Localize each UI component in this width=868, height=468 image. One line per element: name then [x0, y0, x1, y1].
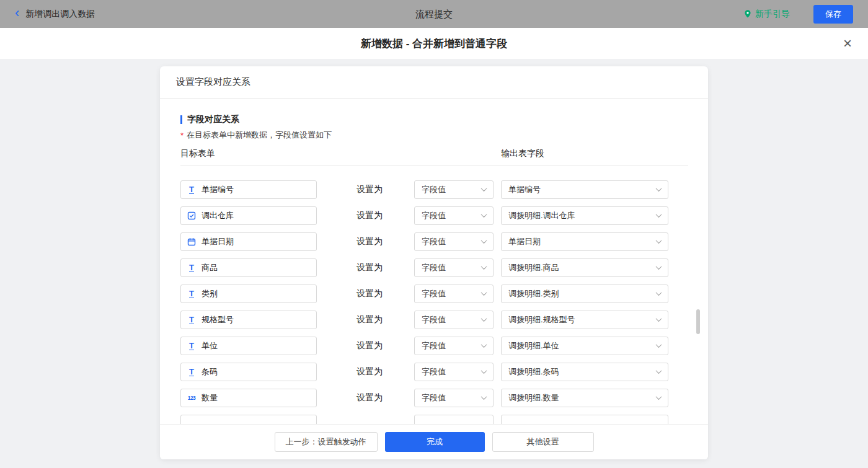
- value-type-value: 字段值: [422, 366, 446, 377]
- set-as-label: 设置为: [356, 236, 383, 247]
- beginner-guide-link[interactable]: 新手引导: [743, 9, 790, 20]
- topbar-title: 流程提交: [415, 8, 453, 20]
- chevron-down-icon: [481, 263, 487, 270]
- mapping-row-partial: [180, 411, 688, 424]
- target-field-box: T 单据编号: [180, 180, 317, 199]
- beginner-guide-label: 新手引导: [755, 9, 790, 20]
- chevron-down-icon: [481, 316, 487, 322]
- section-title: 字段对应关系: [180, 113, 688, 126]
- target-field-box: 调出仓库: [180, 206, 317, 225]
- output-field-select[interactable]: 调拨明细.条码: [501, 363, 668, 381]
- chevron-down-icon: [656, 185, 662, 192]
- chevron-down-icon: [481, 237, 487, 244]
- mapping-row: T 商品 设置为 字段值 调拨明细.商品: [180, 255, 688, 281]
- output-field-select[interactable]: 调拨明细.规格型号: [501, 311, 668, 329]
- text-field-icon: T: [187, 316, 197, 324]
- output-field-select[interactable]: 调拨明细.类别: [501, 285, 668, 303]
- close-icon[interactable]: ×: [843, 36, 852, 51]
- mapping-rows-list: T 单据编号 设置为 字段值 单据编号 调出仓库 设置为 字段值 调拨明细.调出…: [180, 177, 688, 411]
- column-header-target-form: 目标表单: [180, 148, 501, 159]
- chevron-down-icon: [481, 289, 487, 296]
- target-field-label: 条码: [202, 366, 218, 377]
- value-type-select[interactable]: 字段值: [414, 180, 494, 199]
- output-field-select[interactable]: 单据编号: [501, 180, 668, 199]
- target-field-box: T 商品: [180, 258, 317, 277]
- value-type-value: 字段值: [422, 288, 446, 299]
- chevron-down-icon: [656, 211, 662, 218]
- chevron-down-icon: [656, 289, 662, 296]
- target-field-label: 商品: [202, 262, 218, 273]
- value-type-value: 字段值: [422, 236, 446, 247]
- mapping-rows: T 单据编号 设置为 字段值 单据编号 调出仓库 设置为 字段值 调拨明细.调出…: [180, 166, 688, 424]
- chevron-down-icon: [656, 263, 662, 270]
- value-type-select[interactable]: 字段值: [414, 206, 494, 225]
- set-as-label: 设置为: [356, 184, 383, 195]
- mapping-row: T 规格型号 设置为 字段值 调拨明细.规格型号: [180, 307, 688, 333]
- value-type-select[interactable]: 字段值: [414, 389, 494, 407]
- back-chevron-icon[interactable]: ‹: [15, 7, 19, 19]
- output-field-value: 调拨明细.调出仓库: [508, 210, 575, 221]
- output-field-select[interactable]: 调拨明细.数量: [501, 389, 668, 407]
- field-mapping-panel: 设置字段对应关系 字段对应关系 * 在目标表单中新增数据，字段值设置如下 目标表…: [160, 66, 708, 459]
- value-type-select[interactable]: 字段值: [414, 258, 494, 277]
- output-field-select[interactable]: 调拨明细.商品: [501, 258, 668, 277]
- text-field-icon: T: [187, 185, 197, 194]
- value-type-value: 字段值: [422, 184, 446, 195]
- output-field-select[interactable]: 调拨明细.调出仓库: [501, 206, 668, 225]
- panel-title: 设置字段对应关系: [160, 66, 708, 99]
- dialog-header: 新增数据 - 合并新增到普通字段 ×: [0, 28, 868, 59]
- value-type-value: 字段值: [422, 314, 446, 325]
- chevron-down-icon: [481, 185, 487, 192]
- back-label[interactable]: 新增调出调入数据: [25, 9, 95, 20]
- output-field-value: 单据日期: [508, 236, 541, 247]
- panel-footer: 上一步：设置触发动作 完成 其他设置: [160, 424, 708, 459]
- target-field-label: 单据日期: [202, 236, 234, 247]
- text-field-icon: T: [187, 342, 197, 350]
- mapping-row: 单据日期 设置为 字段值 单据日期: [180, 229, 688, 255]
- target-field-box: T 单位: [180, 337, 317, 355]
- set-as-label: 设置为: [356, 262, 383, 273]
- location-pin-icon: [743, 9, 752, 19]
- number-field-icon: 123: [187, 395, 197, 401]
- column-header-output-field: 输出表字段: [501, 148, 544, 159]
- output-field-select[interactable]: 单据日期: [501, 232, 668, 251]
- back-nav[interactable]: ‹ 新增调出调入数据: [15, 8, 95, 20]
- chevron-down-icon: [481, 342, 487, 348]
- mapping-row: 调出仓库 设置为 字段值 调拨明细.调出仓库: [180, 203, 688, 229]
- target-field-label: 单位: [202, 340, 218, 351]
- set-as-label: 设置为: [356, 366, 383, 377]
- done-button[interactable]: 完成: [385, 432, 485, 452]
- previous-step-button[interactable]: 上一步：设置触发动作: [275, 432, 378, 452]
- topbar: ‹ 新增调出调入数据 流程提交 新手引导 保存: [0, 0, 868, 28]
- text-field-icon: T: [187, 289, 197, 298]
- mapping-row: T 条码 设置为 字段值 调拨明细.条码: [180, 359, 688, 385]
- set-as-label: 设置为: [356, 210, 383, 221]
- topbar-actions: 新手引导 保存: [743, 5, 853, 24]
- page-background: 设置字段对应关系 字段对应关系 * 在目标表单中新增数据，字段值设置如下 目标表…: [0, 59, 868, 468]
- mapping-row: T 类别 设置为 字段值 调拨明细.类别: [180, 281, 688, 307]
- value-type-select[interactable]: 字段值: [414, 363, 494, 381]
- scrollbar-thumb[interactable]: [696, 309, 700, 334]
- column-headers: 目标表单 输出表字段: [180, 148, 688, 166]
- value-type-select[interactable]: 字段值: [414, 311, 494, 329]
- value-type-select[interactable]: 字段值: [414, 337, 494, 355]
- save-button[interactable]: 保存: [813, 5, 853, 24]
- other-settings-button[interactable]: 其他设置: [492, 432, 594, 452]
- target-field-label: 单据编号: [202, 184, 234, 195]
- output-field-value: 调拨明细.商品: [508, 262, 559, 273]
- set-as-label: 设置为: [356, 314, 383, 325]
- output-field-select: [501, 415, 668, 424]
- mapping-row: T 单位 设置为 字段值 调拨明细.单位: [180, 333, 688, 359]
- text-field-icon: T: [187, 368, 197, 376]
- chevron-down-icon: [656, 342, 662, 348]
- chevron-down-icon: [656, 368, 662, 374]
- output-field-select[interactable]: 调拨明细.单位: [501, 337, 668, 355]
- value-type-select[interactable]: 字段值: [414, 232, 494, 251]
- section-accent-bar: [180, 115, 182, 124]
- set-as-label: 设置为: [356, 288, 383, 299]
- mapping-note: * 在目标表单中新增数据，字段值设置如下: [180, 130, 688, 141]
- chevron-down-icon: [481, 368, 487, 374]
- target-field-box: 单据日期: [180, 232, 317, 251]
- value-type-value: 字段值: [422, 340, 446, 351]
- value-type-select[interactable]: 字段值: [414, 285, 494, 303]
